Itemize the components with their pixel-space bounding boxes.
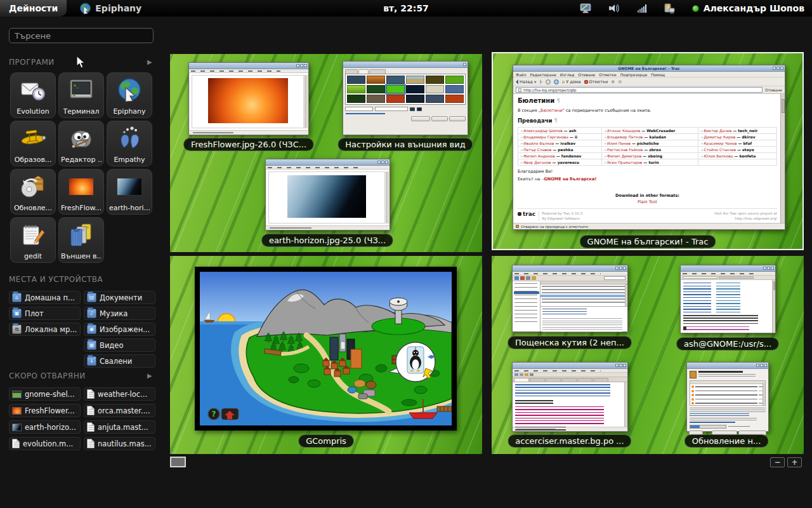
add-workspace-button[interactable]: + <box>787 457 802 467</box>
app-tile-appearance[interactable]: Външен в... <box>58 217 104 263</box>
text-area[interactable] <box>513 382 627 427</box>
color-swatch-1[interactable] <box>410 107 415 111</box>
window-gimp-freshflower[interactable] <box>188 62 309 135</box>
app-tile-earth-horizon[interactable]: earth-hori... <box>107 169 152 215</box>
translator-cell[interactable]: Стойчо Станчев — stoyo <box>698 147 777 153</box>
recent-freshflower[interactable]: FreshFlower... <box>9 404 81 417</box>
focused-app-menu[interactable]: Epiphany <box>79 3 141 15</box>
recent-nautilus-po[interactable]: nautilus.mas... <box>84 437 155 450</box>
selected-wallpaper[interactable] <box>386 85 405 93</box>
place-videos[interactable]: ▦ Видео <box>84 338 155 352</box>
app-tile-epiphany[interactable]: Epiphany <box>107 72 152 118</box>
workspace-3[interactable]: ? GCompris <box>170 256 482 454</box>
search-input[interactable] <box>9 28 154 43</box>
plain-text-link[interactable]: Plain Text <box>518 199 777 204</box>
recent-weather-locations[interactable]: weather-loc... <box>84 387 155 401</box>
place-pictures[interactable]: ◉ Изображен... <box>84 323 155 336</box>
remove-workspace-button[interactable]: − <box>770 457 785 467</box>
translator-cell[interactable]: Атанас Кошаров — WebCrusader <box>601 128 698 134</box>
translator-cell[interactable]: Александър Шопов — ash <box>518 128 602 134</box>
menu-go[interactable]: Отиване <box>578 72 595 77</box>
translator-cell[interactable]: Илия Пенев — picholicho <box>601 140 698 147</box>
trac-logo[interactable]: trac <box>518 211 535 217</box>
display-settings-icon[interactable] <box>580 3 592 13</box>
translator-cell[interactable]: Ростислав Райков — zbrox <box>601 147 698 153</box>
update-links[interactable] <box>690 413 749 417</box>
back-button[interactable]: Назад ▼ <box>516 79 537 84</box>
zoom-out-icon[interactable]: ⊖ <box>618 79 622 84</box>
app-tile-gcompris[interactable]: Образов... <box>10 121 56 166</box>
stop-button[interactable] <box>546 79 551 84</box>
recent-anjuta-po[interactable]: anjuta.mast... <box>84 420 155 434</box>
app-tile-gimp[interactable]: Редактор ... <box>58 121 104 166</box>
menu-view[interactable]: Изглед <box>560 72 575 77</box>
recent-earth-horizon[interactable]: earth-horizo... <box>9 420 81 434</box>
bookmarks-button[interactable]: Отметки <box>584 79 608 84</box>
translator-cell[interactable]: Владимира Гиргинова — ii <box>518 134 602 140</box>
edgewall-link[interactable]: http://trac.edgewall.org/ <box>735 217 777 220</box>
bulletins-link[interactable]: Бюлетини <box>540 108 563 113</box>
team-link[interactable]: GNOME на български! <box>544 177 596 182</box>
window-terminal[interactable] <box>680 265 776 333</box>
wallpaper-grid[interactable] <box>345 74 466 105</box>
menu-tabs[interactable]: Подпрозорци <box>620 72 647 77</box>
place-desktop[interactable]: ▣ Плот <box>9 307 81 320</box>
menu-file[interactable]: Файл <box>516 72 527 77</box>
folder-pane[interactable] <box>513 281 540 331</box>
app-tile-terminal[interactable]: >_ Терминал <box>58 72 104 118</box>
translator-cell[interactable]: Ясен Праматаров — turin <box>601 159 698 166</box>
colors-dropdown[interactable] <box>375 107 408 111</box>
place-home[interactable]: ⌂ Домашна п... <box>9 291 81 304</box>
preview-pane[interactable] <box>540 307 627 331</box>
workspace-2[interactable]: GNOME на български! - Trac Файл Редактир… <box>492 52 804 250</box>
workspace-indicator[interactable] <box>170 457 186 467</box>
translator-cell[interactable]: Красимир Чонов — bfaf <box>698 140 777 147</box>
window-gimp-earth[interactable] <box>265 159 390 231</box>
restore-button[interactable] <box>411 116 430 121</box>
menu-edit[interactable]: Редактиране <box>530 72 556 77</box>
remove-button[interactable] <box>431 116 448 121</box>
translator-cell[interactable]: Филип Андонов — fandonov <box>518 153 602 159</box>
menu-help[interactable]: Помощ <box>651 72 665 77</box>
page-scrollbar[interactable] <box>780 94 785 223</box>
go-button[interactable]: Отиване <box>765 88 782 92</box>
url-input[interactable]: http://fsa-bg.org/project/gtp <box>516 87 763 93</box>
style-dropdown[interactable] <box>345 107 373 111</box>
window-evolution-mail[interactable] <box>512 265 628 332</box>
programs-expand-icon[interactable]: ▶ <box>147 58 152 65</box>
add-button[interactable] <box>449 116 466 121</box>
place-network[interactable]: ⧉ Локална мр... <box>9 323 81 336</box>
terminal-screen[interactable] <box>681 280 775 333</box>
window-appearance[interactable] <box>343 61 468 135</box>
app-tile-updates[interactable]: Обновле... <box>10 169 56 215</box>
message-list[interactable] <box>540 281 627 307</box>
scrollbar[interactable] <box>304 75 308 128</box>
translator-cell[interactable]: Владимир Петков — kaladan <box>601 134 698 140</box>
app-tile-empathy[interactable]: Empathy <box>107 121 152 166</box>
scrollbar[interactable] <box>386 171 389 224</box>
workspace-1[interactable]: FreshFlower.jpg-26.0 (ЧЗС... Настройки н… <box>170 54 482 252</box>
color-swatch-2[interactable] <box>417 107 422 111</box>
app-tile-gedit[interactable]: gedit <box>10 217 56 263</box>
update-list[interactable] <box>690 380 766 406</box>
translator-cell[interactable]: Петър Славов — peshka <box>518 147 602 153</box>
activities-button[interactable]: Дейности <box>0 0 67 17</box>
recent-orca-po[interactable]: orca.master.... <box>84 404 155 417</box>
user-menu[interactable]: Александър Шопов <box>692 3 804 13</box>
recent-gnome-shell[interactable]: gnome-shel... <box>9 387 81 401</box>
translator-cell[interactable]: Филип Димитров — xboing <box>601 153 698 159</box>
translator-cell[interactable]: Юлия Велкова — konfeta <box>698 153 777 159</box>
place-documents[interactable]: ▤ Документи <box>84 291 155 304</box>
reload-button[interactable] <box>554 79 559 84</box>
tab-strip[interactable] <box>343 68 468 74</box>
workspace-4[interactable]: Пощенска кутия (2 неп... ash@GNOME:/usr/… <box>492 256 804 454</box>
recent-expand-icon[interactable]: ▶ <box>147 372 152 379</box>
translator-cell[interactable]: Ивайло Вълков — ivalkov <box>518 140 602 147</box>
app-tile-evolution[interactable]: Evolution <box>10 72 56 118</box>
window-gcompris[interactable]: ? <box>195 267 457 431</box>
menu-bookmarks[interactable]: Отметки <box>599 72 616 77</box>
tab-strip[interactable] <box>513 377 627 382</box>
place-downloads[interactable]: ↓ Свалени <box>84 354 155 368</box>
zoom-in-icon[interactable]: ⊕ <box>611 79 615 84</box>
volume-icon[interactable] <box>608 3 621 13</box>
